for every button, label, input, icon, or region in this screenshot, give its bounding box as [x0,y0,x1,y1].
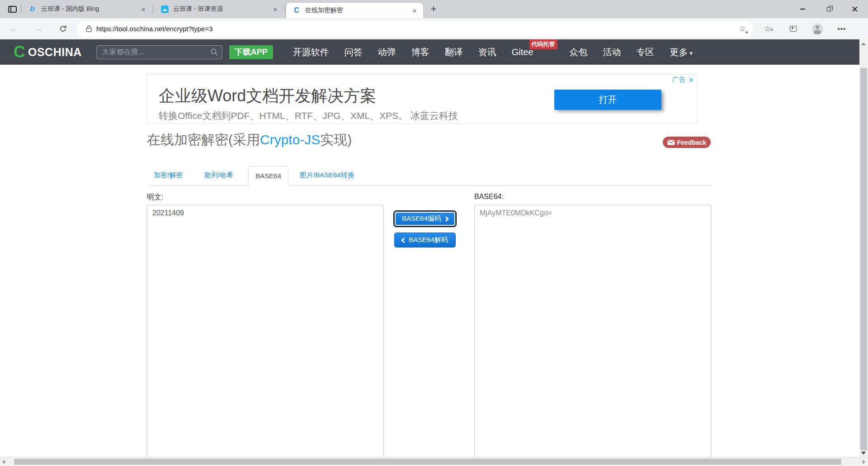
tab-title: 云班课 - 班课资源 [173,5,271,13]
page-content: 企业级Word文档开发解决方案 转换Office文档到PDF、HTML、RTF、… [0,65,868,457]
tab-title: 云班课 - 国内版 Bing [41,5,139,13]
restore-icon [827,7,831,11]
page-title-suffix: 实现) [320,132,352,147]
oschina-favicon-icon: C [292,6,301,14]
scroll-left-arrow-icon[interactable] [2,460,5,464]
ellipsis-icon: ••• [838,25,846,33]
base64-decode-button[interactable]: BASE64解码 [394,233,456,247]
ad-close-icon[interactable]: ✕ [688,76,694,84]
window-restore-button[interactable] [816,0,842,18]
page-title: 在线加密解密(采用Crypto-JS实现) [147,131,352,149]
plaintext-label: 明文: [147,193,163,202]
tab-base64-active[interactable]: BASE64 [248,166,288,185]
base64-textarea[interactable]: MjAyMTE0MDkKCgo= [474,205,712,457]
browser-tab-active-encrypt[interactable]: C 在线加密解密 × [286,3,423,18]
envelope-icon [667,140,675,145]
window-close-button[interactable]: ✕ [842,0,868,18]
oschina-logo[interactable]: C OSCHINA [14,44,82,60]
plaintext-textarea[interactable]: 20211409 [147,205,384,457]
crypto-js-link[interactable]: Crypto-JS [260,132,320,147]
bing-favicon-icon: b [28,5,37,13]
window-controls: ✕ [789,0,868,18]
browser-toolbar: ← → https://tool.oschina.net/encrypt?typ… [0,18,868,39]
address-bar[interactable]: https://tool.oschina.net/encrypt?type=3 … [77,21,753,37]
site-search-input[interactable] [102,48,210,56]
profile-button[interactable] [808,21,826,37]
url-text[interactable]: https://tool.oschina.net/encrypt?type=3 [96,25,737,33]
tab-separator [285,5,285,14]
page-title-prefix: 在线加密解密(采用 [147,132,260,147]
nav-link-blog[interactable]: 博客 [411,46,429,58]
chevron-left-icon [401,238,406,243]
feedback-label: Feedback [677,139,707,146]
ad-title: 企业级Word文档开发解决方案 [159,85,376,107]
minimize-icon [800,9,805,10]
nav-link-translate[interactable]: 翻译 [445,46,463,58]
tab-separator [21,5,21,14]
favorites-bar-button[interactable]: ☆≡ [760,21,778,37]
horizontal-scrollbar-thumb[interactable] [14,459,841,465]
nav-link-qa[interactable]: 问答 [344,46,363,58]
tab-hash[interactable]: 散列/哈希 [198,166,240,185]
browser-tab-resources[interactable]: ☁ 云班课 - 班课资源 × [154,0,284,18]
decode-button-label: BASE64解码 [409,236,448,244]
chevron-right-icon [443,216,448,221]
vertical-scrollbar-thumb[interactable] [860,68,867,450]
nav-link-more[interactable]: 更多▾ [670,46,693,58]
refresh-icon [59,25,67,33]
tab-close-icon[interactable]: × [410,6,419,14]
tab-close-icon[interactable]: × [139,5,147,13]
nav-link-gitee[interactable]: Gitee 代码托管 [512,47,533,57]
nav-link-opensource[interactable]: 开源软件 [293,46,329,58]
site-search-box[interactable] [96,45,222,59]
collections-button[interactable] [784,21,802,37]
tab-close-icon[interactable]: × [271,5,279,13]
feedback-button[interactable]: Feedback [663,137,711,148]
ad-banner[interactable]: 企业级Word文档开发解决方案 转换Office文档到PDF、HTML、RTF、… [147,74,698,124]
lock-icon[interactable] [86,25,92,32]
nav-link-zones[interactable]: 专区 [637,46,655,58]
window-minimize-button[interactable] [789,0,816,18]
oschina-logo-text: OSCHINA [28,46,82,59]
new-tab-button[interactable]: + [427,2,440,16]
browser-tab-bing[interactable]: b 云班课 - 国内版 Bing × [22,0,152,18]
base64-encode-button[interactable]: BASE64编码 [394,211,456,226]
tab-separator [153,5,153,14]
nav-link-events[interactable]: 活动 [603,46,621,58]
scroll-up-arrow-icon[interactable] [861,43,866,45]
chevron-down-icon: ▾ [690,50,693,57]
browser-titlebar: b 云班课 - 国内版 Bing × ☁ 云班课 - 班课资源 × C 在线加密… [0,0,868,18]
favorite-add-icon[interactable]: ☆+ [737,24,748,33]
gitee-badge: 代码托管 [529,39,557,49]
back-button[interactable]: ← [6,21,22,37]
more-label: 更多 [670,47,688,57]
refresh-button[interactable] [55,21,71,37]
tab-encrypt-decrypt[interactable]: 加密/解密 [147,166,189,185]
nav-link-tweets[interactable]: 动弹 [378,46,396,58]
oschina-navbar: C OSCHINA 下载APP 开源软件 问答 动弹 博客 翻译 资讯 Gite… [0,39,868,65]
profile-avatar-icon [812,24,823,34]
horizontal-scrollbar[interactable] [0,457,868,466]
ad-open-button[interactable]: 打开 [554,90,661,110]
forward-button[interactable]: → [31,21,46,37]
tab-title: 在线加密解密 [305,6,410,14]
tool-tabs: 加密/解密 散列/哈希 BASE64 图片/BASE64转换 [147,164,712,185]
ad-label-text: 广告 [672,76,685,84]
ad-label: 广告 ✕ [672,76,694,84]
search-icon[interactable] [210,48,218,56]
download-app-button[interactable]: 下载APP [229,45,273,59]
scroll-right-arrow-icon[interactable] [863,460,865,464]
tab-list-icon [8,6,17,13]
vertical-scrollbar[interactable] [859,39,868,457]
nav-link-news[interactable]: 资讯 [478,46,496,58]
nav-link-crowdsource[interactable]: 众包 [570,46,588,58]
oschina-logo-icon: C [14,44,25,60]
scroll-down-arrow-icon[interactable] [861,452,866,455]
encode-button-label: BASE64编码 [402,214,441,223]
collections-icon [790,26,797,32]
settings-menu-button[interactable]: ••• [833,21,851,37]
tab-image-base64[interactable]: 图片/BASE64转换 [293,166,361,185]
tab-list-button[interactable] [5,3,20,15]
close-icon: ✕ [851,5,859,14]
base64-label: BASE64: [474,193,504,201]
